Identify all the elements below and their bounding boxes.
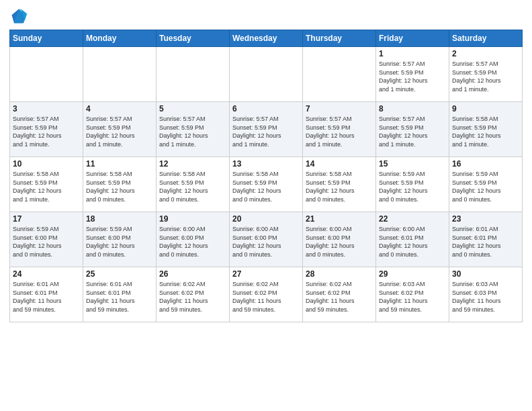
day-info: Sunrise: 5:57 AM Sunset: 5:59 PM Dayligh… (452, 60, 519, 93)
day-info: Sunrise: 6:01 AM Sunset: 6:01 PM Dayligh… (86, 280, 153, 314)
day-number: 20 (232, 214, 300, 224)
day-cell: 5Sunrise: 5:57 AM Sunset: 5:59 PM Daylig… (157, 102, 230, 157)
day-number: 5 (159, 104, 226, 113)
calendar-table: SundayMondayTuesdayWednesdayThursdayFrid… (9, 30, 523, 322)
day-header-sunday: Sunday (10, 30, 83, 47)
day-cell: 3Sunrise: 5:57 AM Sunset: 5:59 PM Daylig… (10, 102, 83, 157)
day-number: 11 (86, 159, 153, 169)
day-number: 24 (13, 269, 80, 279)
day-cell: 1Sunrise: 5:57 AM Sunset: 5:59 PM Daylig… (376, 47, 449, 102)
day-cell: 28Sunrise: 6:02 AM Sunset: 6:02 PM Dayli… (303, 267, 376, 322)
day-number: 28 (306, 269, 373, 279)
day-info: Sunrise: 6:00 AM Sunset: 6:00 PM Dayligh… (232, 225, 300, 259)
day-cell: 9Sunrise: 5:58 AM Sunset: 5:59 PM Daylig… (449, 102, 523, 157)
day-cell: 10Sunrise: 5:58 AM Sunset: 5:59 PM Dayli… (10, 157, 83, 212)
day-number: 12 (159, 159, 226, 169)
day-header-friday: Friday (376, 30, 449, 47)
header (9, 7, 523, 26)
day-info: Sunrise: 5:59 AM Sunset: 5:59 PM Dayligh… (379, 170, 446, 203)
day-info: Sunrise: 5:58 AM Sunset: 5:59 PM Dayligh… (159, 170, 226, 203)
day-cell: 30Sunrise: 6:03 AM Sunset: 6:03 PM Dayli… (449, 267, 523, 322)
day-info: Sunrise: 5:58 AM Sunset: 5:59 PM Dayligh… (452, 115, 519, 148)
day-number: 3 (13, 104, 80, 113)
week-row-2: 3Sunrise: 5:57 AM Sunset: 5:59 PM Daylig… (10, 102, 523, 157)
day-cell: 8Sunrise: 5:57 AM Sunset: 5:59 PM Daylig… (376, 102, 449, 157)
day-number: 7 (306, 104, 373, 113)
page: SundayMondayTuesdayWednesdayThursdayFrid… (0, 0, 532, 411)
day-number: 18 (86, 214, 153, 224)
day-info: Sunrise: 6:01 AM Sunset: 6:01 PM Dayligh… (452, 225, 519, 259)
day-number: 29 (379, 269, 446, 279)
day-number: 27 (232, 269, 300, 279)
day-number: 6 (232, 104, 300, 113)
day-number: 23 (452, 214, 519, 224)
day-info: Sunrise: 5:57 AM Sunset: 5:59 PM Dayligh… (306, 115, 373, 148)
day-info: Sunrise: 6:02 AM Sunset: 6:02 PM Dayligh… (159, 280, 226, 314)
day-cell: 14Sunrise: 5:58 AM Sunset: 5:59 PM Dayli… (303, 157, 376, 212)
day-cell (230, 47, 303, 102)
day-cell: 25Sunrise: 6:01 AM Sunset: 6:01 PM Dayli… (83, 267, 157, 322)
day-info: Sunrise: 5:57 AM Sunset: 5:59 PM Dayligh… (159, 115, 226, 148)
day-cell: 22Sunrise: 6:00 AM Sunset: 6:01 PM Dayli… (376, 212, 449, 267)
day-cell: 15Sunrise: 5:59 AM Sunset: 5:59 PM Dayli… (376, 157, 449, 212)
day-cell: 6Sunrise: 5:57 AM Sunset: 5:59 PM Daylig… (230, 102, 303, 157)
day-header-monday: Monday (83, 30, 157, 47)
day-cell: 12Sunrise: 5:58 AM Sunset: 5:59 PM Dayli… (157, 157, 230, 212)
day-cell: 19Sunrise: 6:00 AM Sunset: 6:00 PM Dayli… (157, 212, 230, 267)
week-row-5: 24Sunrise: 6:01 AM Sunset: 6:01 PM Dayli… (10, 267, 523, 322)
day-info: Sunrise: 5:59 AM Sunset: 6:00 PM Dayligh… (13, 225, 80, 259)
day-header-tuesday: Tuesday (157, 30, 230, 47)
day-number: 13 (232, 159, 300, 169)
day-number: 16 (452, 159, 519, 169)
day-info: Sunrise: 6:00 AM Sunset: 6:00 PM Dayligh… (159, 225, 226, 259)
day-header-thursday: Thursday (303, 30, 376, 47)
day-cell: 24Sunrise: 6:01 AM Sunset: 6:01 PM Dayli… (10, 267, 83, 322)
logo (9, 7, 30, 26)
day-info: Sunrise: 5:58 AM Sunset: 5:59 PM Dayligh… (86, 170, 153, 203)
day-info: Sunrise: 6:02 AM Sunset: 6:02 PM Dayligh… (232, 280, 300, 314)
day-cell: 11Sunrise: 5:58 AM Sunset: 5:59 PM Dayli… (83, 157, 157, 212)
day-number: 22 (379, 214, 446, 224)
day-info: Sunrise: 6:03 AM Sunset: 6:02 PM Dayligh… (379, 280, 446, 314)
day-cell: 21Sunrise: 6:00 AM Sunset: 6:00 PM Dayli… (303, 212, 376, 267)
day-info: Sunrise: 6:03 AM Sunset: 6:03 PM Dayligh… (452, 280, 519, 314)
day-number: 25 (86, 269, 153, 279)
week-row-3: 10Sunrise: 5:58 AM Sunset: 5:59 PM Dayli… (10, 157, 523, 212)
day-info: Sunrise: 5:59 AM Sunset: 6:00 PM Dayligh… (86, 225, 153, 259)
day-info: Sunrise: 6:00 AM Sunset: 6:00 PM Dayligh… (306, 225, 373, 259)
day-cell: 7Sunrise: 5:57 AM Sunset: 5:59 PM Daylig… (303, 102, 376, 157)
day-cell: 27Sunrise: 6:02 AM Sunset: 6:02 PM Dayli… (230, 267, 303, 322)
day-info: Sunrise: 5:58 AM Sunset: 5:59 PM Dayligh… (13, 170, 80, 203)
day-cell: 16Sunrise: 5:59 AM Sunset: 5:59 PM Dayli… (449, 157, 523, 212)
day-cell: 2Sunrise: 5:57 AM Sunset: 5:59 PM Daylig… (449, 47, 523, 102)
day-number: 2 (452, 49, 519, 58)
day-info: Sunrise: 5:59 AM Sunset: 5:59 PM Dayligh… (452, 170, 519, 203)
day-header-saturday: Saturday (449, 30, 523, 47)
day-cell: 17Sunrise: 5:59 AM Sunset: 6:00 PM Dayli… (10, 212, 83, 267)
day-cell: 26Sunrise: 6:02 AM Sunset: 6:02 PM Dayli… (157, 267, 230, 322)
day-cell: 18Sunrise: 5:59 AM Sunset: 6:00 PM Dayli… (83, 212, 157, 267)
day-number: 1 (379, 49, 446, 58)
day-cell: 4Sunrise: 5:57 AM Sunset: 5:59 PM Daylig… (83, 102, 157, 157)
day-cell (10, 47, 83, 102)
day-info: Sunrise: 5:58 AM Sunset: 5:59 PM Dayligh… (232, 170, 300, 203)
day-number: 10 (13, 159, 80, 169)
day-header-wednesday: Wednesday (230, 30, 303, 47)
day-number: 26 (159, 269, 226, 279)
day-cell (303, 47, 376, 102)
day-cell (157, 47, 230, 102)
day-cell: 23Sunrise: 6:01 AM Sunset: 6:01 PM Dayli… (449, 212, 523, 267)
day-number: 4 (86, 104, 153, 113)
logo-icon (9, 7, 28, 26)
day-info: Sunrise: 5:57 AM Sunset: 5:59 PM Dayligh… (379, 115, 446, 148)
day-cell: 13Sunrise: 5:58 AM Sunset: 5:59 PM Dayli… (230, 157, 303, 212)
day-info: Sunrise: 5:58 AM Sunset: 5:59 PM Dayligh… (306, 170, 373, 203)
day-number: 30 (452, 269, 519, 279)
day-number: 14 (306, 159, 373, 169)
header-row: SundayMondayTuesdayWednesdayThursdayFrid… (10, 30, 523, 47)
day-cell: 29Sunrise: 6:03 AM Sunset: 6:02 PM Dayli… (376, 267, 449, 322)
week-row-1: 1Sunrise: 5:57 AM Sunset: 5:59 PM Daylig… (10, 47, 523, 102)
day-number: 17 (13, 214, 80, 224)
day-info: Sunrise: 5:57 AM Sunset: 5:59 PM Dayligh… (232, 115, 300, 148)
day-info: Sunrise: 5:57 AM Sunset: 5:59 PM Dayligh… (13, 115, 80, 148)
